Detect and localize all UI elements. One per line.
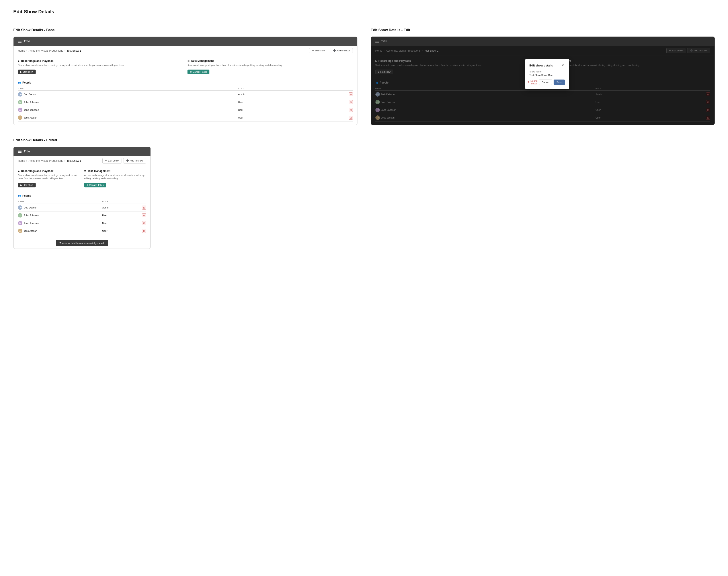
start-show-button[interactable]: ▶ Start show [18, 69, 36, 74]
person-name-label: Jess Jessan [24, 230, 37, 232]
person-role-cell: User [102, 227, 130, 235]
edit-show-button[interactable]: ✏ Edit show [309, 48, 328, 53]
base-card: Title Home › Acme Inc. Visual Production… [13, 36, 358, 125]
card-body: Home › Acme Inc. Visual Productions › Te… [13, 46, 357, 125]
edited-people-table: NAME ROLE DD Deb Debson Admin ⊟ [18, 200, 146, 235]
edited-breadcrumb: Home › Acme Inc. Visual Productions › Te… [18, 159, 81, 163]
person-role-cell: User [102, 219, 130, 227]
avatar: JJ [18, 100, 22, 104]
person-role-cell: Admin [102, 204, 130, 211]
people-section: People NAME ROLE DD [13, 78, 357, 125]
edited-manage-takes-button[interactable]: ⚙ Manage Takes [84, 183, 106, 188]
modal-field-label: Show Name [529, 70, 565, 73]
takes-title: Take Management [188, 59, 353, 62]
edited-add-to-show-button[interactable]: ➕ Add to show [123, 158, 146, 164]
edited-recordings-label: Recordings and Playback [21, 170, 53, 173]
modal-close-button[interactable]: × [561, 63, 565, 67]
person-actions-cell: ⊟ [311, 91, 353, 98]
hamburger-icon[interactable] [18, 40, 22, 42]
person-name-cell: JJ Jess Jessan [18, 114, 238, 122]
person-actions-cell: ⊟ [311, 114, 353, 122]
person-actions-cell: ⊟ [311, 106, 353, 114]
manage-takes-button[interactable]: ⚙ Manage Takes [188, 69, 209, 74]
edited-recordings-feature: Recordings and Playback Start a show to … [18, 170, 80, 188]
edited-people-section: People NAME ROLE DD [13, 191, 150, 238]
edited-col-name: NAME [18, 200, 102, 204]
modal-cancel-button[interactable]: Cancel [539, 80, 552, 85]
edited-table-icon [84, 170, 86, 173]
remove-person-button[interactable]: ⊟ [142, 229, 146, 233]
breadcrumb-home[interactable]: Home [18, 49, 25, 52]
person-role-cell: Admin [238, 91, 311, 98]
takes-actions: ⚙ Manage Takes [188, 69, 353, 74]
person-role-cell: User [238, 98, 311, 106]
remove-person-button[interactable]: ⊟ [349, 100, 353, 104]
base-variant: Edit Show Details - Base Title Home › Ac… [13, 28, 358, 125]
breadcrumb-row: Home › Acme Inc. Visual Productions › Te… [13, 46, 357, 56]
features-row: Recordings and Playback Start a show to … [13, 56, 357, 78]
remove-person-button[interactable]: ⊟ [142, 206, 146, 209]
table-row: JJ Jess Jessan User ⊟ [18, 114, 353, 122]
bottom-row: Edit Show Details - Edited Title Home › … [13, 138, 715, 249]
modal-field-value: Test Show Show One [529, 74, 565, 77]
edited-breadcrumb-home[interactable]: Home [18, 159, 25, 163]
person-name-label: Deb Debson [24, 93, 37, 96]
edited-people-title: People [18, 194, 146, 197]
toast-message: The show details was successfully saved. [56, 240, 109, 246]
people-icon [18, 81, 21, 84]
person-name-cell: JJ John Johnson [18, 98, 238, 106]
remove-person-button[interactable]: ⊟ [142, 221, 146, 225]
avatar: DD [18, 205, 22, 210]
person-actions-cell: ⊟ [130, 211, 146, 219]
edited-people-icon [18, 194, 21, 197]
person-name-cell: JJ Jess Jessan [18, 227, 102, 235]
person-name-label: John Johnson [24, 214, 39, 217]
recordings-title: Recordings and Playback [18, 59, 183, 62]
remove-person-button[interactable]: ⊟ [349, 108, 353, 112]
edited-takes-label: Take Management [87, 170, 110, 173]
card-header: Title [13, 37, 357, 46]
recordings-actions: ▶ Start show [18, 69, 183, 74]
edited-hamburger-icon[interactable] [18, 150, 22, 153]
edited-breadcrumb-actions: ✏ Edit show ➕ Add to show [102, 158, 146, 164]
base-label: Edit Show Details - Base [13, 28, 358, 32]
breadcrumb-show[interactable]: Test Show 1 [67, 49, 81, 52]
person-actions-cell: ⊟ [311, 98, 353, 106]
breadcrumb-actions: ✏ Edit show ➕ Add to show [309, 48, 353, 53]
table-row: JJ Jane Janeson User ⊟ [18, 219, 146, 227]
edited-breadcrumb-show[interactable]: Test Show 1 [67, 159, 81, 163]
remove-person-button[interactable]: ⊟ [349, 92, 353, 96]
breadcrumb-sep1: › [26, 49, 27, 52]
add-to-show-button[interactable]: ➕ Add to show [330, 48, 353, 53]
breadcrumb-org[interactable]: Acme Inc. Visual Productions [29, 49, 63, 52]
top-row: Edit Show Details - Base Title Home › Ac… [13, 28, 715, 125]
edited-start-show-button[interactable]: ▶ Start show [18, 183, 36, 188]
col-name: NAME [18, 86, 238, 91]
page-divider [13, 19, 715, 19]
remove-person-button[interactable]: ⊟ [349, 116, 353, 120]
edit-variant: Edit Show Details - Edit Title Home › Ac… [371, 28, 715, 125]
person-name-cell: DD Deb Debson [18, 204, 102, 211]
modal-save-button[interactable]: Save [554, 80, 565, 85]
person-name-label: Jane Janeson [24, 222, 39, 224]
edited-features-row: Recordings and Playback Start a show to … [13, 166, 150, 191]
edited-breadcrumb-org[interactable]: Acme Inc. Visual Productions [29, 159, 63, 163]
remove-person-button[interactable]: ⊟ [142, 213, 146, 217]
edit-card: Title Home › Acme Inc. Visual Production… [371, 36, 715, 125]
table-row: JJ Jane Janeson User ⊟ [18, 106, 353, 114]
delete-show-label: Delete show [531, 80, 538, 85]
person-actions-cell: ⊟ [130, 204, 146, 211]
person-name-label: Jane Janeson [24, 109, 39, 111]
modal-title: Edit show details [529, 64, 553, 67]
table-row: JJ John Johnson User ⊟ [18, 98, 353, 106]
delete-show-button[interactable]: 🗑 Delete show [527, 80, 538, 85]
edited-recordings-title: Recordings and Playback [18, 170, 80, 173]
edited-recordings-desc: Start a show to make new live recordings… [18, 174, 80, 180]
edited-edit-show-button[interactable]: ✏ Edit show [102, 158, 121, 164]
edited-takes-title: Take Management [84, 170, 146, 173]
person-name-label: Jess Jessan [24, 116, 37, 119]
people-title: People [18, 81, 353, 84]
avatar: DD [18, 92, 22, 96]
person-name-cell: JJ John Johnson [18, 211, 102, 219]
modal-header: Edit show details × [529, 63, 565, 67]
